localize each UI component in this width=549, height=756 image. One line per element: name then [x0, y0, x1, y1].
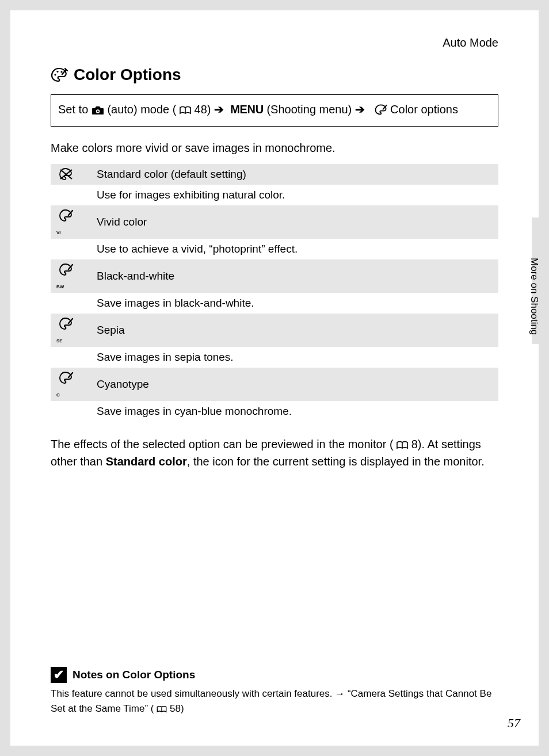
option-title: Cyanotype — [91, 368, 498, 401]
breadcrumb-path: Set to (auto) mode ( 48) ➔ MENU (Shootin… — [51, 94, 498, 127]
palette-icon — [51, 67, 68, 82]
option-title: Standard color (default setting) — [91, 164, 498, 185]
option-title: Sepia — [91, 314, 498, 347]
option-icon: BW — [51, 259, 91, 293]
para-bold: Standard color — [106, 455, 187, 468]
table-row: Use for images exhibiting natural color. — [51, 185, 498, 205]
table-row: VI Vivid color — [51, 205, 498, 239]
option-icon: C — [51, 368, 91, 401]
option-desc: Save images in black-and-white. — [91, 293, 498, 314]
option-desc: Use for images exhibiting natural color. — [91, 185, 498, 205]
svg-point-1 — [56, 71, 58, 72]
options-table: Standard color (default setting) Use for… — [51, 164, 498, 422]
notes-body: This feature cannot be used simultaneous… — [51, 686, 494, 716]
option-icon: SE — [51, 314, 91, 347]
notes-section: ✔ Notes on Color Options This feature ca… — [51, 667, 494, 716]
notes-text: This feature cannot be used simultaneous… — [51, 688, 491, 714]
notes-title: Notes on Color Options — [73, 669, 195, 681]
option-icon — [51, 164, 91, 185]
para-text: , the icon for the current setting is di… — [187, 455, 485, 468]
page-title: Color Options — [51, 66, 498, 84]
header-section-label: Auto Mode — [51, 36, 498, 49]
option-desc: Save images in sepia tones. — [91, 347, 498, 368]
notes-text: 58) — [170, 703, 184, 714]
table-row: Save images in sepia tones. — [51, 347, 498, 368]
option-title: Vivid color — [91, 205, 498, 239]
breadcrumb-text: Color options — [390, 103, 458, 116]
table-row: Save images in black-and-white. — [51, 293, 498, 314]
option-desc: Use to achieve a vivid, “photoprint” eff… — [91, 239, 498, 259]
table-row: Use to achieve a vivid, “photoprint” eff… — [51, 239, 498, 259]
palette-icon — [375, 104, 387, 115]
svg-point-0 — [54, 74, 56, 75]
book-icon — [396, 441, 408, 449]
svg-point-4 — [97, 110, 98, 112]
svg-point-2 — [60, 71, 62, 72]
table-row: C Cyanotype — [51, 368, 498, 401]
option-title: Black-and-white — [91, 259, 498, 293]
option-icon: VI — [51, 205, 91, 239]
body-paragraph: The effects of the selected option can b… — [51, 436, 498, 470]
book-icon — [157, 706, 167, 713]
breadcrumb-text: (Shooting menu) — [266, 103, 354, 116]
breadcrumb-text: Set to — [58, 103, 92, 116]
para-text: The effects of the selected option can b… — [51, 438, 394, 450]
table-row: Standard color (default setting) — [51, 164, 498, 185]
page-title-text: Color Options — [74, 66, 181, 84]
table-row: SE Sepia — [51, 314, 498, 347]
camera-icon — [92, 106, 104, 115]
breadcrumb-text: 48) — [195, 103, 214, 116]
arrow-right-icon: ➔ — [214, 103, 224, 116]
arrow-right-icon: ➔ — [355, 103, 365, 116]
menu-label: MENU — [230, 103, 264, 116]
table-row: Save images in cyan-blue monochrome. — [51, 401, 498, 422]
breadcrumb-text: (auto) mode ( — [107, 103, 176, 116]
table-row: BW Black-and-white — [51, 259, 498, 293]
intro-text: Make colors more vivid or save images in… — [51, 142, 498, 155]
option-desc: Save images in cyan-blue monochrome. — [91, 401, 498, 422]
book-icon — [180, 106, 191, 114]
check-icon: ✔ — [51, 667, 67, 683]
page-number: 57 — [508, 716, 520, 731]
side-section-label: More on Shooting — [528, 258, 540, 335]
